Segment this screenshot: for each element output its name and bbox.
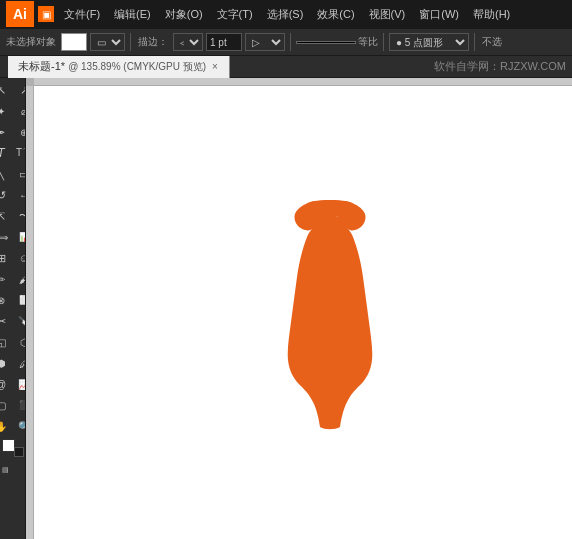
color-mode-row: ▤ ⊘ [0, 460, 26, 480]
menu-help[interactable]: 帮助(H) [467, 5, 516, 24]
toolbar-separator-2 [290, 33, 291, 51]
left-toolbar: ✦ ⌀ ⊕ T⌒ ╲ ↔ ⇱ 〜 ⟺ [0, 78, 26, 539]
scale-tool[interactable]: ⇱ [0, 206, 12, 226]
mesh-tool[interactable] [13, 332, 26, 352]
blend-tool[interactable] [0, 353, 12, 373]
menu-bar: 文件(F) 编辑(E) 对象(O) 文字(T) 选择(S) 效果(C) 视图(V… [58, 5, 566, 24]
tools-row-13: ◱ [0, 332, 26, 352]
tools-row-8: ⟺ [0, 227, 26, 247]
fill-stroke-widget[interactable] [2, 439, 24, 457]
type-tool[interactable] [0, 143, 12, 163]
eraser-tool[interactable] [13, 290, 26, 310]
tools-row-7: ⇱ 〜 [0, 206, 26, 226]
selection-tools-row [0, 80, 26, 100]
main-area: ✦ ⌀ ⊕ T⌒ ╲ ↔ ⇱ 〜 ⟺ [0, 78, 572, 539]
menu-file[interactable]: 文件(F) [58, 5, 106, 24]
tools-row-9 [0, 248, 26, 268]
tools-row-4: T⌒ [0, 143, 26, 163]
tools-row-2: ✦ ⌀ [0, 101, 26, 121]
stroke-style-select[interactable]: ▭ [90, 33, 125, 51]
options-toolbar: 未选择对象 ▭ 描边： ◁ ▷ 等比 ● 5 点圆形 不选 [0, 28, 572, 56]
gradient-fill-btn[interactable]: ▤ [0, 460, 16, 480]
title-bar: Ai ▣ 文件(F) 编辑(E) 对象(O) 文字(T) 选择(S) 效果(C)… [0, 0, 572, 28]
tools-row-6: ↔ [0, 185, 26, 205]
none-fill-btn[interactable]: ⊘ [17, 460, 26, 480]
pen-tool[interactable] [0, 122, 12, 142]
tools-row-10 [0, 269, 26, 289]
tools-row-3: ⊕ [0, 122, 26, 142]
eyedropper-tool[interactable]: 🖊 [13, 353, 26, 373]
magic-wand-tool[interactable]: ✦ [0, 101, 12, 121]
brush-tool[interactable] [13, 269, 26, 289]
chart-tool[interactable] [13, 227, 26, 247]
rotate-tool[interactable] [0, 185, 12, 205]
tools-row-15: 📈 [0, 374, 26, 394]
canvas-area [26, 78, 572, 539]
menu-effect[interactable]: 效果(C) [311, 5, 360, 24]
flare-tool[interactable] [13, 248, 26, 268]
rectangle-tool[interactable] [13, 164, 26, 184]
watermark-text: 软件自学网：RJZXW.COM [434, 59, 566, 74]
ai-logo: Ai [6, 1, 34, 27]
zoom-tool[interactable] [13, 416, 26, 436]
hand-tool[interactable] [0, 416, 12, 436]
toolbar-separator-1 [130, 33, 131, 51]
menu-select[interactable]: 选择(S) [261, 5, 310, 24]
tab-label: 未标题-1* @ 135.89% (CMYK/GPU 预览) [18, 59, 206, 74]
tools-row-5: ╲ [0, 164, 26, 184]
stroke-unit-select[interactable]: ▷ [245, 33, 285, 51]
tools-row-14: 🖊 [0, 353, 26, 373]
dress-svg [255, 192, 405, 432]
menu-text[interactable]: 文字(T) [211, 5, 259, 24]
scissors-tool[interactable] [0, 311, 12, 331]
knife-tool[interactable]: 🔪 [13, 311, 26, 331]
selection-tool[interactable] [0, 80, 12, 100]
tools-row-11: ⊗ [0, 290, 26, 310]
fill-color-swatch[interactable] [61, 33, 87, 51]
ruler-left [26, 78, 34, 539]
width-tool[interactable]: ⟺ [0, 227, 12, 247]
stroke-preview: 等比 [296, 35, 378, 49]
direct-selection-tool[interactable] [13, 80, 26, 100]
warp-tool[interactable]: 〜 [13, 206, 26, 226]
blob-brush-tool[interactable]: ⊗ [0, 290, 12, 310]
tools-row-12: 🔪 [0, 311, 26, 331]
tab-bar: 未标题-1* @ 135.89% (CMYK/GPU 预览) × 软件自学网：R… [0, 56, 572, 78]
ruler-corner [26, 78, 34, 86]
column-graph-tool[interactable]: 📈 [13, 374, 26, 394]
stroke-label: 描边： [136, 35, 170, 49]
tab-right-area: 软件自学网：RJZXW.COM [230, 56, 572, 77]
window-icon: ▣ [38, 6, 54, 22]
reflect-tool[interactable]: ↔ [13, 185, 26, 205]
stroke-width-input[interactable] [206, 33, 242, 51]
path-type-tool[interactable]: T⌒ [13, 143, 26, 163]
brush-select[interactable]: ● 5 点圆形 [389, 33, 469, 51]
pencil-tool[interactable] [0, 269, 12, 289]
stroke-width-select[interactable]: ◁ [173, 33, 203, 51]
selection-label: 未选择对象 [4, 35, 58, 49]
ruler-top [26, 78, 572, 86]
menu-window[interactable]: 窗口(W) [413, 5, 465, 24]
toolbar-separator-3 [383, 33, 384, 51]
document-tab[interactable]: 未标题-1* @ 135.89% (CMYK/GPU 预览) × [8, 56, 230, 78]
menu-edit[interactable]: 编辑(E) [108, 5, 157, 24]
tab-close-button[interactable]: × [211, 61, 219, 72]
line-tool[interactable]: ╲ [0, 164, 12, 184]
artboard [34, 86, 572, 539]
tools-row-17 [0, 416, 26, 436]
lasso-tool[interactable]: ⌀ [13, 101, 26, 121]
symbol-tool[interactable] [0, 374, 12, 394]
tab-left-pad [0, 56, 8, 77]
anchor-tool[interactable]: ⊕ [13, 122, 26, 142]
artboard-tool[interactable]: ▢ [0, 395, 12, 415]
grid-tool[interactable] [0, 248, 12, 268]
slice-tool[interactable] [13, 395, 26, 415]
toolbar-separator-4 [474, 33, 475, 51]
tools-row-16: ▢ [0, 395, 26, 415]
dress-object[interactable] [255, 192, 405, 434]
gradient-tool[interactable]: ◱ [0, 332, 12, 352]
menu-view[interactable]: 视图(V) [363, 5, 412, 24]
not-selected-label: 不选 [480, 35, 504, 49]
menu-object[interactable]: 对象(O) [159, 5, 209, 24]
